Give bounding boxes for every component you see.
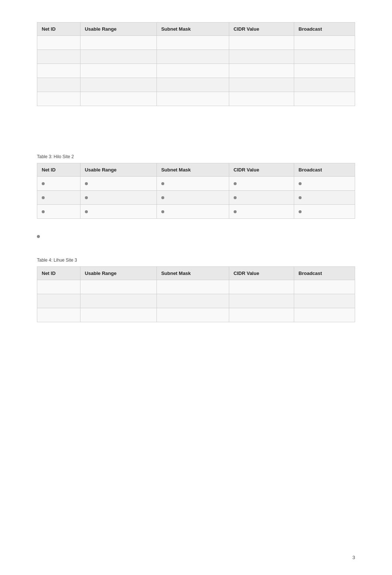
data-dot [299,182,302,185]
table-row [37,294,355,308]
cell-cidr [229,64,294,78]
cell-broadcast [294,294,355,308]
table-top: Net ID Usable Range Subnet Mask CIDR Val… [37,22,355,106]
data-dot [85,210,88,213]
cell-cidr [229,280,294,294]
page-number: 3 [353,555,355,560]
col-header-netid: Net ID [37,163,80,177]
cell-netid [37,177,80,191]
cell-cidr [229,92,294,106]
cell-cidr [229,50,294,64]
col-header-cidr: CIDR Value [229,163,294,177]
table-row [37,280,355,294]
cell-usable [80,36,157,50]
col-header-usable: Usable Range [80,267,157,280]
cell-usable [80,294,157,308]
cell-netid [37,205,80,219]
cell-netid [37,191,80,205]
table-section-3: Table 3: Hilo Site 2 Net ID Usable Range… [37,154,355,239]
table-header-row: Net ID Usable Range Subnet Mask CIDR Val… [37,267,355,280]
col-header-netid: Net ID [37,267,80,280]
cell-subnet [157,36,229,50]
table-row [37,205,355,219]
table-row [37,36,355,50]
table-header-row: Net ID Usable Range Subnet Mask CIDR Val… [37,163,355,177]
cell-netid [37,36,80,50]
cell-broadcast [294,78,355,92]
data-dot [42,196,45,199]
table-row [37,50,355,64]
table-3-caption: Table 3: Hilo Site 2 [37,154,355,159]
data-dot [42,210,45,213]
cell-subnet [157,50,229,64]
data-dot [161,196,164,199]
cell-subnet [157,294,229,308]
cell-broadcast [294,177,355,191]
cell-netid [37,308,80,322]
cell-broadcast [294,36,355,50]
data-dot [234,182,237,185]
cell-subnet [157,191,229,205]
data-dot [85,196,88,199]
cell-netid [37,64,80,78]
col-header-cidr: CIDR Value [229,267,294,280]
cell-netid [37,280,80,294]
table-row [37,177,355,191]
cell-subnet [157,205,229,219]
cell-subnet [157,92,229,106]
cell-usable [80,78,157,92]
cell-subnet [157,78,229,92]
cell-subnet [157,308,229,322]
cell-cidr [229,177,294,191]
cell-subnet [157,177,229,191]
data-dot [42,182,45,185]
cell-netid [37,92,80,106]
cell-cidr [229,191,294,205]
col-header-subnet: Subnet Mask [157,23,229,36]
table-3: Net ID Usable Range Subnet Mask CIDR Val… [37,163,355,219]
data-dot [299,196,302,199]
cell-usable [80,280,157,294]
data-dot [234,196,237,199]
table-4-caption: Table 4: Lihue Site 3 [37,258,355,263]
data-dot [299,210,302,213]
cell-netid [37,294,80,308]
cell-netid [37,78,80,92]
table-row [37,78,355,92]
cell-broadcast [294,50,355,64]
table-row [37,92,355,106]
col-header-cidr: CIDR Value [229,23,294,36]
col-header-netid: Net ID [37,23,80,36]
col-header-subnet: Subnet Mask [157,163,229,177]
spacer [37,125,355,154]
table-header-row: Net ID Usable Range Subnet Mask CIDR Val… [37,23,355,36]
cell-usable [80,177,157,191]
col-header-usable: Usable Range [80,163,157,177]
cell-broadcast [294,308,355,322]
cell-usable [80,92,157,106]
col-header-broadcast: Broadcast [294,267,355,280]
col-header-usable: Usable Range [80,23,157,36]
col-header-broadcast: Broadcast [294,163,355,177]
data-dot [161,182,164,185]
cell-usable [80,64,157,78]
cell-cidr [229,308,294,322]
table-row [37,64,355,78]
cell-cidr [229,78,294,92]
table-row [37,191,355,205]
table-row [37,308,355,322]
cell-usable [80,50,157,64]
cell-cidr [229,294,294,308]
cell-subnet [157,280,229,294]
data-dot [161,210,164,213]
cell-subnet [157,64,229,78]
data-dot [234,210,237,213]
col-header-subnet: Subnet Mask [157,267,229,280]
col-header-broadcast: Broadcast [294,23,355,36]
cell-cidr [229,36,294,50]
cell-usable [80,191,157,205]
data-dot [37,235,40,238]
cell-broadcast [294,92,355,106]
cell-usable [80,205,157,219]
cell-broadcast [294,64,355,78]
